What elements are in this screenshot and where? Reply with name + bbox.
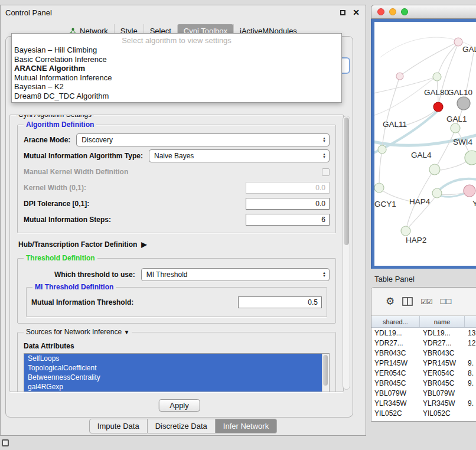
algorithm-option-bayesian-k2[interactable]: Bayesian – K2 — [12, 82, 341, 92]
dpi-tolerance-field[interactable]: 0.0 — [246, 198, 330, 210]
float-panel-icon[interactable] — [340, 10, 345, 15]
network-view-frame: GAL7GAL80GAL10GAL11GAL1SWI4GAL4GCY1HAP4H… — [371, 19, 476, 269]
table-toolbar: ⚙ ☑☑ ☐☐ — [371, 288, 476, 316]
mi-steps-field[interactable]: 6 — [246, 214, 330, 226]
network-window-titlebar[interactable] — [371, 5, 476, 19]
algorithm-option-basic-correlation-inference[interactable]: Basic Correlation Inference — [12, 55, 341, 64]
network-edge[interactable] — [379, 151, 382, 186]
attribute-item-betweennesscentrality[interactable]: BetweennessCentrality — [24, 373, 322, 382]
sources-title-text: Sources for Network Inference — [26, 328, 122, 336]
algorithm-option-mutual-information-inference[interactable]: Mutual Information Inference — [12, 73, 341, 83]
algorithm-definition-group: Algorithm Definition Aracne Mode: Discov… — [17, 125, 336, 233]
table-row[interactable]: YPR145WYPR145W9. — [371, 358, 476, 368]
threshold-definition-title: Threshold Definition — [24, 254, 97, 263]
table-cell: YER054C — [371, 369, 420, 377]
cyni-algorithm-settings-group: Cyni Algorithm Settings Algorithm Defini… — [9, 115, 344, 392]
attribute-item-topologicalcoefficient[interactable]: TopologicalCoefficient — [24, 363, 322, 373]
network-node[interactable] — [464, 185, 475, 197]
algorithm-dropdown-list: Select algorithm to view settings Bayesi… — [11, 33, 342, 103]
table-row[interactable]: YBR045CYBR045C9. — [371, 378, 476, 388]
table-cell: YLR345W — [420, 399, 465, 407]
columns-icon[interactable] — [402, 297, 413, 306]
network-node[interactable] — [433, 73, 441, 81]
gear-icon[interactable]: ⚙ — [386, 295, 395, 308]
table-cell: YPR145W — [420, 359, 465, 367]
table-cell: YBR045C — [420, 379, 465, 387]
select-all-rows-icon[interactable]: ☑☑ — [420, 298, 432, 306]
node-label-gal7: GAL7 — [462, 45, 476, 54]
bottom-tab-impute-data[interactable]: Impute Data — [89, 419, 148, 433]
network-node[interactable] — [432, 188, 442, 198]
table-row[interactable]: YDL19...YDL19...13 — [371, 328, 476, 338]
column-header-name[interactable]: name — [420, 316, 465, 327]
network-node[interactable] — [465, 151, 476, 165]
minimize-traffic-light-icon[interactable] — [389, 8, 396, 15]
which-threshold-select[interactable]: MI Threshold ▲▼ — [141, 268, 330, 281]
table-panel-title: Table Panel — [374, 275, 415, 283]
table-row[interactable]: YLR345WYLR345W9. — [371, 398, 476, 408]
apply-button[interactable]: Apply — [158, 399, 200, 412]
algorithm-definition-title: Algorithm Definition — [24, 120, 96, 129]
network-node[interactable] — [401, 226, 410, 236]
network-edge[interactable] — [382, 76, 400, 148]
table-cell: YDL19... — [420, 329, 465, 337]
bottom-tab-discretize-data[interactable]: Discretize Data — [148, 419, 216, 433]
hub-tf-definition-label: Hub/Transcription Factor Definition — [18, 240, 137, 249]
table-row[interactable]: YBL079WYBL079W — [371, 388, 476, 398]
settings-scrollbar[interactable] — [343, 116, 350, 390]
network-edge[interactable] — [374, 79, 433, 116]
algorithm-option-aracne-algorithm[interactable]: ARACNE Algorithm — [12, 64, 341, 73]
panel-dock-icon[interactable] — [2, 439, 9, 446]
close-traffic-light-icon[interactable] — [377, 8, 384, 15]
manual-kernel-checkbox[interactable] — [322, 168, 330, 176]
network-node[interactable] — [429, 164, 440, 175]
combo-arrows-icon: ▲▼ — [319, 272, 326, 278]
table-cell: YBL079W — [371, 389, 420, 397]
node-label-gal11: GAL11 — [383, 120, 407, 129]
network-edge[interactable] — [401, 42, 458, 75]
sources-group: Sources for Network Inference ▼ Data Att… — [17, 332, 336, 392]
mi-type-select[interactable]: Naive Bayes ▲▼ — [149, 149, 330, 162]
network-canvas[interactable]: GAL7GAL80GAL10GAL11GAL1SWI4GAL4GCY1HAP4H… — [374, 22, 476, 266]
kernel-width-field[interactable]: 0.0 — [246, 182, 330, 194]
node-label-gal4: GAL4 — [411, 151, 432, 159]
table-body: YDL19...YDL19...13YDR27...YDR27...12YBR0… — [371, 328, 476, 418]
attribute-item-selfloops[interactable]: SelfLoops — [24, 354, 322, 363]
table-row[interactable]: YDR27...YDR27...12 — [371, 338, 476, 348]
attribute-item-gal4rgexp[interactable]: gal4RGexp — [24, 382, 322, 392]
network-edge[interactable] — [438, 43, 458, 107]
column-header-extra[interactable] — [465, 316, 476, 327]
column-header-shared[interactable]: shared... — [371, 316, 420, 327]
hub-tf-definition-toggle[interactable]: Hub/Transcription Factor Definition ▶ — [18, 240, 336, 249]
data-attributes-list[interactable]: SelfLoopsTopologicalCoefficientBetweenne… — [24, 353, 330, 392]
mi-threshold-label: Mutual Information Threshold: — [31, 298, 133, 306]
settings-scrollbar-thumb[interactable] — [344, 118, 349, 245]
aracne-mode-select[interactable]: Discovery ▲▼ — [76, 133, 330, 146]
bottom-tab-infer-network[interactable]: Infer Network — [216, 419, 277, 433]
network-node[interactable] — [396, 73, 403, 80]
algorithm-option-bayesian-hill-climbing[interactable]: Bayesian – Hill Climbing — [12, 45, 341, 55]
table-row[interactable]: YBR043CYBR043C — [371, 348, 476, 358]
data-attributes-list-items: SelfLoopsTopologicalCoefficientBetweenne… — [24, 354, 329, 392]
network-node[interactable] — [378, 145, 386, 154]
sources-group-title[interactable]: Sources for Network Inference ▼ — [24, 328, 132, 337]
algorithm-option-dream8-dc-tdc-algorithm[interactable]: Dream8 DC_TDC Algorithm — [12, 92, 341, 101]
table-cell: 9. — [465, 379, 476, 387]
network-node[interactable] — [457, 97, 470, 110]
table-row[interactable]: YIL052CYIL052C — [371, 408, 476, 418]
threshold-definition-group: Threshold Definition Which threshold to … — [17, 258, 336, 324]
mi-threshold-field[interactable]: 0.5 — [238, 296, 322, 308]
network-node[interactable] — [454, 38, 462, 46]
attributes-list-scrollbar[interactable] — [322, 354, 329, 392]
close-panel-icon[interactable]: ✕ — [353, 8, 360, 17]
zoom-traffic-light-icon[interactable] — [401, 8, 408, 15]
network-node[interactable] — [433, 102, 443, 112]
network-edge[interactable] — [436, 129, 455, 168]
network-node[interactable] — [451, 123, 460, 133]
table-cell: YBR045C — [371, 379, 420, 387]
table-row[interactable]: YER054CYER054C8. — [371, 368, 476, 378]
deselect-all-rows-icon[interactable]: ☐☐ — [440, 298, 452, 306]
network-node[interactable] — [374, 183, 384, 193]
which-threshold-label: Which threshold to use: — [54, 270, 135, 279]
table-cell: YDL19... — [371, 329, 420, 337]
